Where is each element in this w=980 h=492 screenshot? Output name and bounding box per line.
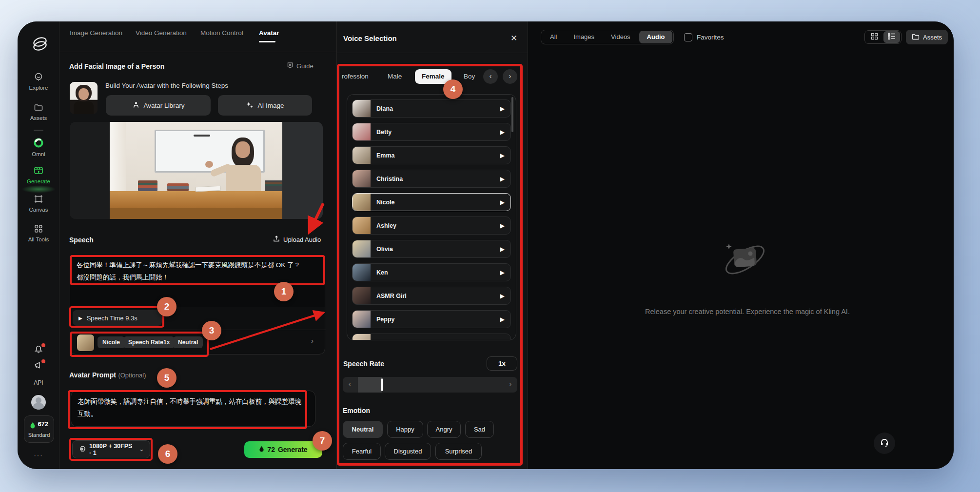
guide-icon	[287, 62, 294, 70]
grid-view-button[interactable]	[866, 31, 882, 43]
voice-config-row[interactable]: Nicole Speech Rate1x Neutral ›	[70, 330, 326, 354]
filter-all[interactable]: All	[542, 31, 565, 43]
slider-handle[interactable]	[381, 378, 383, 391]
play-icon[interactable]: ▶	[500, 316, 505, 323]
tab-video-generation[interactable]: Video Generation	[136, 29, 187, 37]
favorites-checkbox[interactable]	[684, 33, 692, 41]
voice-item-emma[interactable]: Emma ▶	[352, 146, 511, 164]
sidebar-item-omni[interactable]: Omni	[18, 138, 59, 157]
settings-icon	[78, 445, 86, 454]
nav-divider	[59, 52, 336, 52]
tabs-next-button[interactable]: ›	[503, 69, 517, 84]
voice-item-peppy[interactable]: Peppy ▶	[352, 310, 511, 328]
sidebar-more-button[interactable]: ···	[18, 452, 59, 459]
voice-name: ASMR Girl	[376, 293, 407, 299]
slider-left-icon[interactable]: ‹	[349, 380, 351, 388]
speech-rate-slider[interactable]: ‹ ›	[343, 377, 517, 393]
play-icon[interactable]: ▶	[500, 176, 505, 182]
voice-item-ashley[interactable]: Ashley ▶	[352, 216, 511, 235]
voice-item-nicole[interactable]: Nicole ▶	[352, 193, 511, 211]
generate-button[interactable]: 72 Generate	[244, 441, 322, 458]
sidebar-item-canvas[interactable]: Canvas	[18, 194, 59, 213]
play-icon[interactable]: ▶	[500, 339, 505, 341]
voice-avatar	[353, 334, 371, 340]
canvas-icon	[34, 199, 43, 205]
speech-rate-value[interactable]: 1x	[487, 356, 517, 371]
sidebar-item-explore[interactable]: Explore	[18, 72, 59, 91]
omni-icon	[33, 143, 44, 149]
play-icon[interactable]: ▶	[500, 199, 505, 206]
voice-item-betty[interactable]: Betty ▶	[352, 123, 511, 141]
play-icon[interactable]: ▶	[500, 246, 505, 253]
ai-image-button[interactable]: AI Image	[218, 95, 312, 116]
user-avatar[interactable]	[31, 395, 46, 410]
credits-badge[interactable]: 672 Standard	[24, 415, 54, 443]
voice-avatar	[353, 264, 371, 281]
voice-tab-female[interactable]: Female	[415, 69, 451, 84]
voice-item-diana[interactable]: Diana ▶	[352, 99, 511, 118]
filter-videos[interactable]: Videos	[603, 31, 638, 43]
emotion-sad[interactable]: Sad	[465, 421, 494, 438]
emotion-surprised[interactable]: Surprised	[435, 443, 482, 460]
close-icon[interactable]: ✕	[510, 33, 517, 43]
emotion-happy[interactable]: Happy	[387, 421, 423, 438]
sidebar-item-all-tools[interactable]: All Tools	[18, 224, 59, 242]
speech-textarea[interactable]: 各位同學！準備上課了～麻煩先幫我確認一下麥克風跟鏡頭是不是都 OK 了？ 都沒問…	[70, 256, 325, 307]
upload-audio-button[interactable]: Upload Audio	[273, 235, 321, 244]
play-icon[interactable]: ▶	[500, 105, 505, 112]
plan-label: Standard	[24, 432, 54, 438]
filter-images[interactable]: Images	[566, 31, 602, 43]
voice-item-christina[interactable]: Christina ▶	[352, 170, 511, 188]
voice-tab-boy[interactable]: Boy	[464, 69, 475, 84]
resolution-dropdown[interactable]: 1080P + 30FPS · 1 ⌄	[72, 440, 150, 458]
ai-image-label: AI Image	[257, 102, 284, 109]
generation-form-panel: Image Generation Video Generation Motion…	[59, 21, 336, 469]
avatar-preview-image[interactable]	[70, 122, 323, 219]
favorites-toggle[interactable]: Favorites	[684, 33, 724, 41]
credits-count: 672	[38, 420, 48, 428]
speech-time-label: Speech Time 9.3s	[87, 315, 137, 322]
chevron-right-icon: ›	[311, 336, 314, 345]
notifications-button[interactable]	[34, 344, 43, 356]
filter-audio[interactable]: Audio	[639, 31, 673, 43]
play-icon[interactable]: ▶	[500, 129, 505, 136]
play-icon[interactable]: ▶	[500, 222, 505, 229]
play-icon[interactable]: ▶	[500, 152, 505, 159]
slider-right-icon[interactable]: ›	[510, 380, 511, 388]
emotion-disgusted[interactable]: Disgusted	[385, 443, 431, 460]
tab-motion-control[interactable]: Motion Control	[200, 29, 243, 37]
tab-avatar[interactable]: Avatar	[259, 29, 279, 37]
avatar-library-button[interactable]: Avatar Library	[106, 95, 211, 116]
avatar-prompt-textarea[interactable]: 老師面帶微笑，語調專注自信，不時舉手強調重點，站在白板前，與課堂環境 互動。	[71, 391, 315, 427]
voice-item-asmr-girl[interactable]: ASMR Girl ▶	[352, 287, 511, 305]
voice-tab-profession[interactable]: rofession	[342, 69, 369, 84]
voice-item-blossom[interactable]: Blossom ▶	[352, 334, 511, 340]
play-icon[interactable]: ▶	[500, 269, 505, 276]
play-icon[interactable]: ▶	[500, 293, 505, 299]
voice-item-ken[interactable]: Ken ▶	[352, 263, 511, 281]
sidebar-item-assets[interactable]: Assets	[18, 102, 59, 121]
headset-icon	[880, 437, 889, 449]
voice-tab-male[interactable]: Male	[388, 69, 402, 84]
guide-link[interactable]: Guide	[287, 62, 314, 70]
voice-item-olivia[interactable]: Olivia ▶	[352, 240, 511, 258]
tab-image-generation[interactable]: Image Generation	[70, 29, 122, 37]
voice-list-scrollbar[interactable]	[511, 97, 513, 132]
list-view-button[interactable]	[883, 31, 900, 43]
api-link[interactable]: API	[18, 379, 59, 386]
emotion-fearful[interactable]: Fearful	[343, 443, 381, 460]
generate-icon	[33, 171, 44, 177]
cost-droplet-icon	[259, 446, 264, 453]
speech-time-player[interactable]: ▶ Speech Time 9.3s	[73, 310, 162, 326]
sidebar-item-generate[interactable]: Generate	[18, 165, 59, 184]
notification-dot	[41, 343, 45, 347]
voice-name: Blossom	[376, 339, 402, 341]
assets-button[interactable]: Assets	[906, 30, 948, 44]
emotion-angry[interactable]: Angry	[427, 421, 461, 438]
announcements-button[interactable]	[34, 360, 43, 372]
tabs-prev-button[interactable]: ‹	[483, 69, 498, 84]
avatar-thumbnail[interactable]	[70, 82, 98, 114]
support-button[interactable]	[874, 433, 895, 454]
voice-avatar	[353, 311, 371, 328]
emotion-neutral[interactable]: Neutral	[343, 421, 383, 438]
